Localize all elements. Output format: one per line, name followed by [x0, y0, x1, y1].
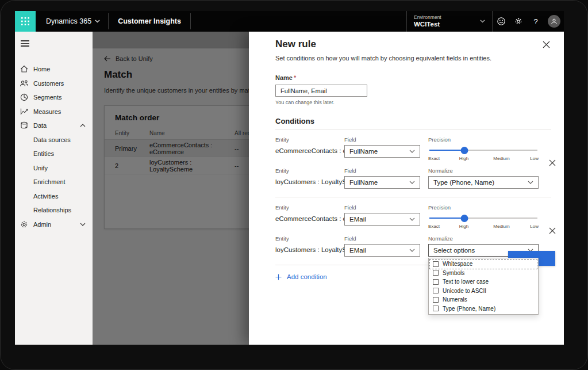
- sidebar-item-segments[interactable]: Segments: [15, 90, 93, 105]
- entity-readout: Entity eCommerceContacts : eCom…: [275, 136, 336, 154]
- environment-label: Environment: [414, 14, 441, 21]
- option-unicode-to-ascii[interactable]: Unicode to ASCII: [430, 287, 537, 296]
- segments-icon: [20, 93, 29, 102]
- entity-value: loyCustomers : LoyaltyScheme: [275, 244, 336, 253]
- checkbox[interactable]: [433, 288, 439, 293]
- sidebar-item-customers[interactable]: Customers: [15, 76, 93, 90]
- name-field-hint: You can change this later.: [275, 100, 551, 105]
- field-cell: Field EMail: [344, 235, 420, 257]
- measures-icon: [20, 107, 29, 116]
- name-field-label: Name*: [275, 74, 551, 81]
- remove-condition-button[interactable]: [547, 157, 558, 169]
- option-numerals[interactable]: Numerals: [430, 295, 537, 304]
- waffle-icon: [21, 17, 29, 25]
- app-launcher-button[interactable]: [15, 11, 36, 32]
- normalize-label: Normalize: [428, 235, 539, 242]
- help-button[interactable]: ?: [527, 11, 544, 32]
- new-rule-panel: New rule Set conditions on how you will …: [249, 32, 564, 345]
- sidebar-item-activities[interactable]: Activities: [15, 189, 93, 203]
- field-select[interactable]: FullName: [344, 145, 420, 158]
- slider-thumb[interactable]: [461, 215, 468, 222]
- field-cell: Field FullName: [344, 167, 420, 189]
- close-icon: [543, 41, 550, 48]
- remove-condition-button[interactable]: [547, 225, 558, 237]
- sidebar-item-unify[interactable]: Unify: [15, 161, 93, 175]
- precision-slider[interactable]: [428, 215, 539, 222]
- checkbox[interactable]: [433, 270, 439, 276]
- option-whitespace[interactable]: Whitespace: [430, 260, 537, 269]
- chevron-down-icon: [480, 20, 485, 23]
- environment-picker[interactable]: Environment WCITest: [406, 11, 493, 32]
- precision-cell: Precision Exact High Medium Low: [428, 136, 539, 162]
- normalize-select-value: Type (Phone, Name): [433, 179, 494, 186]
- sidebar-item-label: Enrichment: [33, 178, 66, 185]
- slider-thumb[interactable]: [461, 147, 468, 154]
- option-label: Symbols: [443, 270, 464, 276]
- entity-label: Entity: [275, 136, 336, 143]
- panel-subtitle: Set conditions on how you will match by …: [275, 55, 551, 62]
- feedback-button[interactable]: [493, 11, 510, 32]
- field-select[interactable]: EMail: [344, 244, 420, 257]
- conditions-heading: Conditions: [275, 117, 551, 125]
- sidebar-item-data[interactable]: Data: [15, 119, 93, 133]
- normalize-select[interactable]: Type (Phone, Name): [428, 176, 539, 189]
- entity-readout: Entity loyCustomers : LoyaltyScheme: [275, 167, 336, 185]
- sidebar-item-entities[interactable]: Entities: [15, 147, 93, 161]
- field-select[interactable]: EMail: [344, 213, 420, 226]
- field-label: Field: [344, 235, 420, 242]
- field-select[interactable]: FullName: [344, 176, 420, 189]
- chevron-down-icon: [409, 181, 415, 184]
- option-symbols[interactable]: Symbols: [430, 269, 537, 278]
- entity-value: eCommerceContacts : eCom…: [275, 213, 336, 222]
- checkbox[interactable]: [433, 279, 439, 285]
- sidebar-item-admin[interactable]: Admin: [15, 217, 93, 231]
- checkbox[interactable]: [433, 306, 439, 311]
- chevron-down-icon: [409, 249, 415, 252]
- sidebar-item-measures[interactable]: Measures: [15, 104, 93, 119]
- option-text-to-lower-case[interactable]: Text to lower case: [430, 277, 537, 287]
- entity-label: Entity: [275, 235, 336, 242]
- app-window: Dynamics 365 Customer Insights Environme…: [15, 11, 564, 345]
- help-icon: ?: [533, 17, 537, 26]
- chevron-down-icon: [409, 218, 415, 221]
- environment-value: WCITest: [414, 20, 441, 28]
- sidebar-item-home[interactable]: Home: [15, 62, 93, 77]
- add-condition-link[interactable]: Add condition: [275, 273, 350, 280]
- sidebar-item-label: Segments: [33, 94, 62, 101]
- product-name: Dynamics 365: [46, 17, 91, 25]
- precision-scale: Exact High Medium Low: [428, 156, 539, 162]
- chevron-down-icon: [409, 150, 415, 153]
- field-select-value: FullName: [349, 148, 378, 155]
- settings-button[interactable]: [510, 11, 527, 32]
- sidebar-toggle-button[interactable]: [15, 36, 38, 54]
- precision-label: Precision: [428, 136, 539, 143]
- slider-fill: [429, 150, 466, 151]
- sidebar-item-label: Customers: [33, 80, 64, 87]
- top-app-bar: Dynamics 365 Customer Insights Environme…: [15, 11, 564, 32]
- entity-value: loyCustomers : LoyaltyScheme: [275, 176, 336, 185]
- condition-group-1: Entity eCommerceContacts : eCom… Field F…: [275, 129, 551, 197]
- data-icon: [20, 121, 29, 130]
- chevron-down-icon: [80, 223, 86, 226]
- sidebar-item-relationships[interactable]: Relationships: [15, 203, 93, 218]
- sidebar-item-label: Entities: [33, 150, 54, 157]
- slider-fill: [429, 218, 466, 219]
- sidebar-item-label: Admin: [33, 221, 51, 228]
- checkbox[interactable]: [433, 261, 439, 267]
- sidebar-item-data-sources[interactable]: Data sources: [15, 132, 93, 147]
- option-type-phone-name[interactable]: Type (Phone, Name): [430, 304, 537, 314]
- checkbox[interactable]: [433, 297, 439, 303]
- field-cell: Field FullName: [344, 136, 420, 158]
- sidebar-item-enrichment[interactable]: Enrichment: [15, 175, 93, 189]
- sidebar-item-label: Activities: [33, 193, 58, 200]
- field-label: Field: [344, 136, 420, 143]
- sidebar: Home Customers: [15, 32, 93, 345]
- option-label: Type (Phone, Name): [443, 306, 495, 312]
- app-title: Customer Insights: [109, 11, 190, 32]
- product-switcher[interactable]: Dynamics 365: [36, 11, 108, 32]
- close-panel-button[interactable]: [541, 40, 551, 49]
- rule-name-input[interactable]: [275, 85, 367, 97]
- account-button[interactable]: [544, 11, 564, 32]
- precision-slider[interactable]: [428, 147, 539, 154]
- field-select-value: FullName: [349, 179, 378, 186]
